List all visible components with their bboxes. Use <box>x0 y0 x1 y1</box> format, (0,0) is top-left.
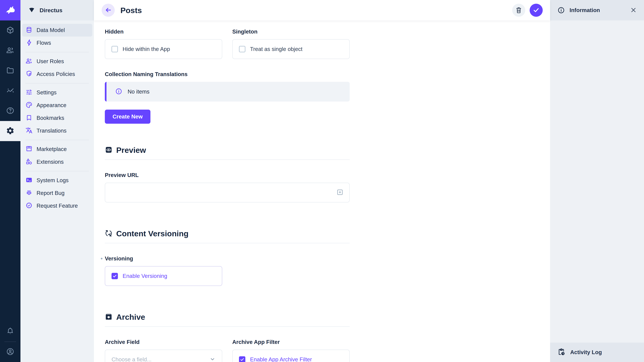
project-name: Directus <box>40 7 62 13</box>
signal-fan-icon <box>28 6 35 14</box>
singleton-checkbox-label: Treat as single object <box>250 46 302 52</box>
translate-icon <box>26 127 32 135</box>
sidebar-item-request-feature[interactable]: Request Feature <box>22 199 92 212</box>
user-avatar[interactable] <box>0 342 20 362</box>
project-header[interactable]: Directus <box>20 0 94 20</box>
sidebar-item-appearance[interactable]: Appearance <box>22 99 92 112</box>
information-panel-header[interactable]: Information <box>550 0 644 20</box>
preview-eye-icon <box>105 146 112 154</box>
bell-icon <box>6 327 14 336</box>
trash-icon <box>515 6 522 14</box>
sidebar-item-flows[interactable]: Flows <box>22 36 92 49</box>
notifications-button[interactable] <box>0 322 20 342</box>
preview-url-input[interactable] <box>105 183 350 202</box>
section-divider <box>105 326 350 327</box>
add-box-icon[interactable] <box>336 189 344 197</box>
archive-icon <box>105 313 112 321</box>
sidebar-item-label: Translations <box>36 128 66 134</box>
shield-user-icon <box>26 70 32 78</box>
arrow-left-icon <box>104 6 112 14</box>
singleton-field-label: Singleton <box>232 28 350 35</box>
nav-divider <box>26 83 89 83</box>
information-panel-body <box>550 20 644 343</box>
versioning-checkbox-field[interactable]: Enable Versioning <box>105 266 222 286</box>
nav-divider <box>26 140 89 140</box>
rabbit-logo-icon <box>3 3 17 17</box>
section-divider <box>105 159 350 160</box>
sidebar-item-label: Report Bug <box>36 190 64 196</box>
section-title: Preview <box>116 145 146 155</box>
archive-section: Archive Archive Field Choose a field... <box>105 312 550 362</box>
sidebar-item-bookmarks[interactable]: Bookmarks <box>22 112 92 124</box>
save-button[interactable] <box>530 4 543 17</box>
bolt-icon <box>26 39 32 47</box>
sidebar-item-label: User Roles <box>36 58 64 64</box>
back-button[interactable] <box>102 4 115 17</box>
sidebar-item-system-logs[interactable]: System Logs <box>22 174 92 187</box>
edited-indicator-dot <box>101 258 102 259</box>
sidebar-item-settings[interactable]: Settings <box>22 86 92 99</box>
database-icon <box>26 26 32 34</box>
singleton-checkbox-field[interactable]: Treat as single object <box>232 39 350 59</box>
published-changes-icon <box>105 229 112 238</box>
module-settings[interactable] <box>0 121 20 141</box>
archive-app-filter-label: Archive App Filter <box>232 339 350 345</box>
help-icon <box>6 106 14 115</box>
close-sidebar-button[interactable] <box>630 6 637 14</box>
singleton-checkbox[interactable] <box>239 46 245 52</box>
archive-field-select[interactable]: Choose a field... <box>105 350 222 362</box>
hidden-field-label: Hidden <box>105 28 222 35</box>
delete-collection-button[interactable] <box>512 4 525 17</box>
sidebar-item-marketplace[interactable]: Marketplace <box>22 143 92 156</box>
storefront-icon <box>26 145 32 153</box>
module-insights[interactable] <box>0 81 20 101</box>
nav-divider <box>26 171 89 171</box>
module-bar <box>0 0 20 362</box>
right-sidebar: Information Activity Log <box>550 0 644 362</box>
sidebar-item-label: Settings <box>36 89 56 96</box>
archive-field-placeholder: Choose a field... <box>112 356 152 362</box>
account-icon <box>6 348 14 357</box>
sidebar-item-translations[interactable]: Translations <box>22 124 92 137</box>
module-help[interactable] <box>0 101 20 121</box>
module-files[interactable] <box>0 61 20 81</box>
hidden-checkbox[interactable] <box>112 46 118 52</box>
sidebar-item-report-bug[interactable]: Report Bug <box>22 187 92 199</box>
sidebar-item-user-roles[interactable]: User Roles <box>22 55 92 68</box>
panel-title: Information <box>570 7 625 13</box>
archive-app-filter-checkbox[interactable] <box>239 356 245 362</box>
cube-icon <box>6 26 14 35</box>
page-title: Posts <box>120 6 142 15</box>
sidebar-item-extensions[interactable]: Extensions <box>22 156 92 168</box>
gear-icon <box>6 126 14 136</box>
versioning-checkbox[interactable] <box>112 273 118 279</box>
group-icon <box>26 57 32 65</box>
hidden-checkbox-label: Hide within the App <box>122 46 170 52</box>
category-icon <box>26 158 32 166</box>
archive-app-filter-field[interactable]: Enable App Archive Filter <box>232 350 350 362</box>
create-new-button[interactable]: Create New <box>105 110 150 124</box>
module-content[interactable] <box>0 20 20 40</box>
sidebar-item-label: Data Model <box>36 27 65 33</box>
preview-section: Preview Preview URL <box>105 145 550 202</box>
page-header: Posts <box>94 0 550 20</box>
naming-translations-label: Collection Naming Translations <box>105 71 550 77</box>
hidden-checkbox-field[interactable]: Hide within the App <box>105 39 222 59</box>
preview-url-label: Preview URL <box>105 172 550 178</box>
directus-logo[interactable] <box>0 0 20 20</box>
module-bar-spacer <box>0 141 20 322</box>
activity-log-section[interactable]: Activity Log <box>550 343 644 362</box>
bug-icon <box>26 189 32 197</box>
terminal-icon <box>26 176 32 184</box>
nav-list: Data Model Flows User Roles Access Pol <box>20 20 94 216</box>
content-versioning-section: Content Versioning Versioning Enable Ver… <box>105 229 550 286</box>
sidebar-item-data-model[interactable]: Data Model <box>22 24 92 36</box>
sidebar-item-label: Extensions <box>36 159 64 165</box>
sidebar-item-label: Appearance <box>36 102 66 108</box>
sidebar-item-access-policies[interactable]: Access Policies <box>22 68 92 80</box>
module-users[interactable] <box>0 40 20 61</box>
chevron-down-icon <box>209 356 216 362</box>
sidebar-item-label: System Logs <box>36 177 68 184</box>
sidebar-item-label: Flows <box>36 40 51 46</box>
section-divider <box>105 243 350 243</box>
